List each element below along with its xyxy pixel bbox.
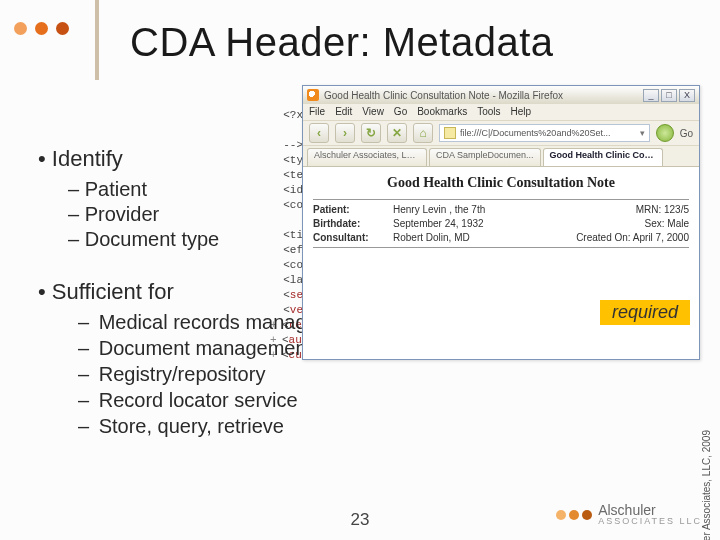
chevron-down-icon[interactable]: ▾ — [640, 128, 645, 138]
subitem: Store, query, retrieve — [78, 415, 690, 438]
window-title: Good Health Clinic Consultation Note - M… — [324, 90, 638, 101]
menu-view[interactable]: View — [362, 106, 384, 118]
page-icon — [444, 127, 456, 139]
required-badge: required — [600, 300, 690, 325]
label-patient: Patient: — [313, 204, 393, 215]
dot-icon — [56, 22, 69, 35]
browser-navbar: ‹ › ↻ ✕ ⌂ file:///C|/Documents%20and%20S… — [303, 120, 699, 146]
row-birthdate: Birthdate: September 24, 1932 Sex: Male — [313, 218, 689, 229]
forward-button[interactable]: › — [335, 123, 355, 143]
menu-edit[interactable]: Edit — [335, 106, 352, 118]
menu-file[interactable]: File — [309, 106, 325, 118]
menu-bookmarks[interactable]: Bookmarks — [417, 106, 467, 118]
home-button[interactable]: ⌂ — [413, 123, 433, 143]
dot-icon — [35, 22, 48, 35]
copyright: © Alschuler Associates, LLC, 2009 — [701, 430, 712, 540]
reload-button[interactable]: ↻ — [361, 123, 381, 143]
maximize-button[interactable]: □ — [661, 89, 677, 102]
tab-alschuler[interactable]: Alschuler Associates, LLC — sh... — [307, 148, 427, 166]
value-sex: Sex: Male — [645, 218, 689, 229]
row-patient: Patient: Henry Levin , the 7th MRN: 123/… — [313, 204, 689, 215]
logo-dots-icon — [556, 510, 592, 520]
minimize-button[interactable]: _ — [643, 89, 659, 102]
tab-cdasample[interactable]: CDA SampleDocumen... — [429, 148, 541, 166]
doc-heading: Good Health Clinic Consultation Note — [313, 175, 689, 191]
menu-go[interactable]: Go — [394, 106, 407, 118]
subitem: Registry/repository — [78, 363, 690, 386]
label-consultant: Consultant: — [313, 232, 393, 243]
slide-theme-dots — [14, 22, 69, 35]
menu-help[interactable]: Help — [511, 106, 532, 118]
browser-tabs: Alschuler Associates, LLC — sh... CDA Sa… — [303, 146, 699, 166]
go-label: Go — [680, 128, 693, 139]
vertical-rule — [95, 0, 99, 80]
stop-button[interactable]: ✕ — [387, 123, 407, 143]
dot-icon — [14, 22, 27, 35]
value-mrn: MRN: 123/5 — [636, 204, 689, 215]
browser-titlebar[interactable]: Good Health Clinic Consultation Note - M… — [303, 86, 699, 104]
subitem: Record locator service — [78, 389, 690, 412]
tab-goodhealth[interactable]: Good Health Clinic Consulta... — [543, 148, 663, 166]
row-consultant: Consultant: Robert Dolin, MD Created On:… — [313, 232, 689, 243]
close-button[interactable]: X — [679, 89, 695, 102]
browser-page: Good Health Clinic Consultation Note Pat… — [303, 166, 699, 359]
value-birthdate: September 24, 1932 — [393, 218, 645, 229]
url-text: file:///C|/Documents%20and%20Set... — [460, 128, 610, 138]
footer-logo: Alschuler ASSOCIATES LLC — [556, 503, 702, 526]
page-title: CDA Header: Metadata — [130, 20, 554, 65]
value-consultant: Robert Dolin, MD — [393, 232, 576, 243]
back-button[interactable]: ‹ — [309, 123, 329, 143]
value-patient: Henry Levin , the 7th — [393, 204, 636, 215]
value-created: Created On: April 7, 2000 — [576, 232, 689, 243]
label-birthdate: Birthdate: — [313, 218, 393, 229]
logo-line1: Alschuler — [598, 503, 702, 517]
browser-menubar: File Edit View Go Bookmarks Tools Help — [303, 104, 699, 120]
logo-line2: ASSOCIATES LLC — [598, 517, 702, 526]
go-button[interactable] — [656, 124, 674, 142]
menu-tools[interactable]: Tools — [477, 106, 500, 118]
firefox-icon — [307, 89, 319, 101]
url-bar[interactable]: file:///C|/Documents%20and%20Set... ▾ — [439, 124, 650, 142]
